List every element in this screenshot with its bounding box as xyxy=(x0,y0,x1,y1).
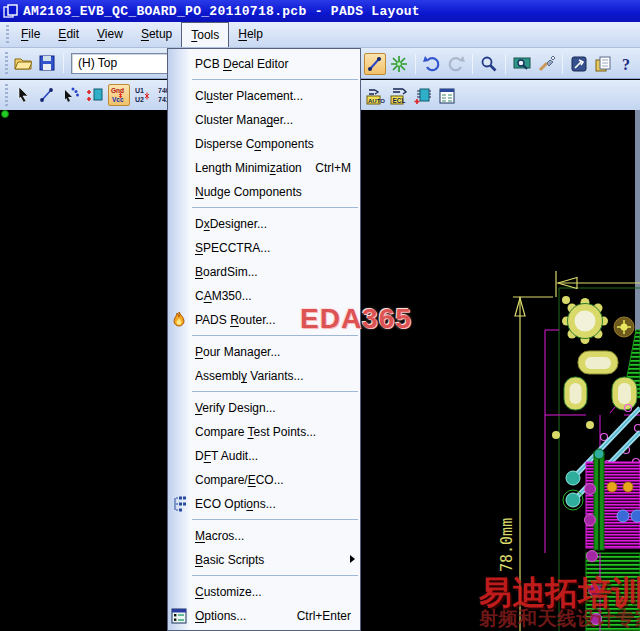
svg-text:?: ? xyxy=(622,56,630,73)
toolbar2-grip[interactable] xyxy=(5,84,8,106)
toolbar-separator xyxy=(415,54,416,74)
menu-item-icon xyxy=(169,527,188,545)
cn-watermark-line2: 射频和天线设计专家 xyxy=(479,606,640,631)
menu-item-compare-eco[interactable]: Compare/ECO... xyxy=(168,468,360,492)
menu-item-icon xyxy=(169,447,188,465)
menubar-item-setup[interactable]: Setup xyxy=(132,22,181,47)
menu-separator xyxy=(168,388,360,396)
menubar-item-file[interactable]: File xyxy=(12,22,49,47)
menu-separator xyxy=(168,572,360,580)
menubar-item-view[interactable]: View xyxy=(88,22,132,47)
save-file-icon[interactable] xyxy=(36,52,58,74)
menu-item-icon xyxy=(169,287,188,305)
project-explorer-icon[interactable] xyxy=(592,53,614,75)
svg-text:Vcc: Vcc xyxy=(112,96,124,103)
u1-u2-parts-icon[interactable]: U1U2 xyxy=(132,84,154,106)
design-verify-icon[interactable] xyxy=(511,53,533,75)
teal-via xyxy=(566,471,580,485)
menu-separator xyxy=(168,204,360,212)
origin-marker-dot xyxy=(2,111,9,118)
menu-item-assembly-variants[interactable]: Assembly Variants... xyxy=(168,364,360,388)
menu-item-eco-options[interactable]: ECO Options... xyxy=(168,492,360,516)
menu-item-options[interactable]: Options... Ctrl+Enter xyxy=(168,604,360,628)
small-pad-dot xyxy=(562,296,570,304)
menu-item-pour-manager[interactable]: Pour Manager... xyxy=(168,340,360,364)
menu-item-icon xyxy=(169,135,188,153)
oblong-pads xyxy=(564,351,637,410)
undo-icon[interactable] xyxy=(421,53,443,75)
menu-item-icon xyxy=(169,215,188,233)
autoroute-burst-icon[interactable] xyxy=(388,53,410,75)
eco-options-icon xyxy=(169,495,188,513)
menu-item-dxdesigner[interactable]: DxDesigner... xyxy=(168,212,360,236)
open-file-icon[interactable] xyxy=(12,52,34,74)
pads-layout-window: AM2103_EVB_QC_BOARD_PO_20110718.pcb - PA… xyxy=(0,0,640,631)
menu-item-pcb-decal-editor[interactable]: PCB Decal Editor xyxy=(168,52,360,76)
menu-item-icon xyxy=(169,343,188,361)
menu-item-customize[interactable]: Customize... xyxy=(168,580,360,604)
window-title: AM2103_EVB_QC_BOARD_PO_20110718.pcb - PA… xyxy=(23,4,420,19)
menu-item-dft-audit[interactable]: DFT Audit... xyxy=(168,444,360,468)
menu-item-cluster-manager[interactable]: Cluster Manager... xyxy=(168,108,360,132)
menu-item-basic-scripts[interactable]: Basic Scripts xyxy=(168,548,360,572)
toolbar-separator xyxy=(63,53,64,73)
menu-item-shortcut: Ctrl+M xyxy=(315,161,354,175)
menu-item-icon xyxy=(169,55,188,73)
dimension-label: 78.0mm xyxy=(498,518,516,572)
add-connection-icon[interactable] xyxy=(36,84,58,106)
drafting-toolbox-icon[interactable] xyxy=(568,53,590,75)
autorouter-icon[interactable]: AUTO xyxy=(364,85,386,107)
menu-item-icon xyxy=(169,263,188,281)
menu-item-cluster-placement[interactable]: Cluster Placement... xyxy=(168,84,360,108)
select-cursor-icon[interactable] xyxy=(12,84,34,106)
menu-item-verify-design[interactable]: Verify Design... xyxy=(168,396,360,420)
menu-item-icon xyxy=(169,367,188,385)
title-bar[interactable]: AM2103_EVB_QC_BOARD_PO_20110718.pcb - PA… xyxy=(0,0,640,22)
gnd-vcc-nets-icon[interactable]: GndVcc xyxy=(108,84,130,106)
svg-text:Gnd: Gnd xyxy=(111,87,124,94)
menu-item-boardsim[interactable]: BoardSim... xyxy=(168,260,360,284)
menubar-item-tools[interactable]: Tools xyxy=(181,22,229,47)
menu-item-disperse-components[interactable]: Disperse Components xyxy=(168,132,360,156)
flame-icon xyxy=(169,311,188,329)
menu-item-icon xyxy=(169,471,188,489)
menu-item-macros[interactable]: Macros... xyxy=(168,524,360,548)
menu-item-compare-test-points[interactable]: Compare Test Points... xyxy=(168,420,360,444)
menubar-grip[interactable] xyxy=(6,25,9,44)
toolbar-separator xyxy=(562,54,563,74)
svg-text:ECL: ECL xyxy=(392,96,405,103)
thermal-pad xyxy=(562,298,608,344)
menubar-item-edit[interactable]: Edit xyxy=(49,22,88,47)
toolbar1-right-group: ? xyxy=(363,48,639,79)
bom-list-icon[interactable] xyxy=(436,85,458,107)
toolbar1-grip[interactable] xyxy=(5,52,8,74)
green-track-bar xyxy=(594,449,604,550)
zoom-icon[interactable] xyxy=(478,53,500,75)
menu-item-icon xyxy=(169,111,188,129)
menu-item-icon xyxy=(169,551,188,569)
redo-icon[interactable] xyxy=(445,53,467,75)
menu-separator xyxy=(168,76,360,84)
menu-item-nudge-components[interactable]: Nudge Components xyxy=(168,180,360,204)
eda365-watermark: EDA365 xyxy=(300,303,412,335)
help-icon[interactable]: ? xyxy=(616,53,638,75)
add-route-icon[interactable] xyxy=(364,53,386,75)
teal-via xyxy=(566,493,580,507)
toolbar2-right-group: AUTO ECL xyxy=(363,80,459,111)
menu-item-icon xyxy=(169,399,188,417)
menu-item-shortcut: Ctrl+Enter xyxy=(297,609,354,623)
toolbar-separator xyxy=(505,54,506,74)
ecl-rules-icon[interactable]: ECL xyxy=(388,85,410,107)
multi-select-icon[interactable] xyxy=(60,84,82,106)
menu-item-icon xyxy=(169,423,188,441)
menu-bar: FileEditViewSetupToolsHelp xyxy=(0,22,640,48)
menu-item-specctra[interactable]: SPECCTRA... xyxy=(168,236,360,260)
toolbar-separator xyxy=(472,54,473,74)
menubar-item-help[interactable]: Help xyxy=(229,22,272,47)
submenu-arrow-icon xyxy=(350,555,355,563)
menu-item-length-minimization[interactable]: Length Minimization Ctrl+M xyxy=(168,156,360,180)
add-part-icon[interactable] xyxy=(412,85,434,107)
paintbrush-redraw-icon[interactable] xyxy=(535,53,557,75)
via-dot xyxy=(552,431,560,439)
add-component-icon[interactable] xyxy=(84,84,106,106)
